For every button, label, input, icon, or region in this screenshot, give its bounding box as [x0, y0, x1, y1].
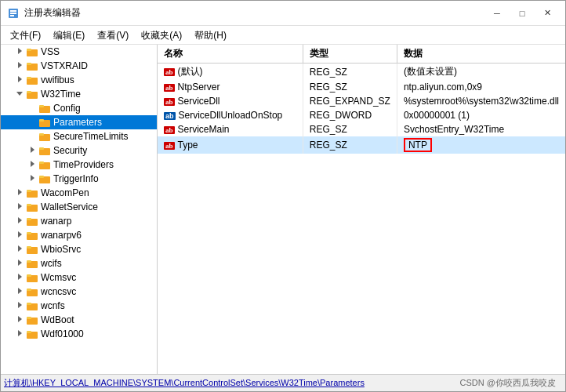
title-bar: 注册表编辑器 ─ □ ✕ [1, 1, 565, 26]
tree-item[interactable]: wcnfs [1, 299, 157, 313]
menu-item[interactable]: 编辑(E) [47, 27, 91, 42]
tree-item[interactable]: SecureTimeLimits [1, 129, 157, 143]
tree-expand-icon [26, 175, 38, 183]
tree-label: WbioSrvc [41, 244, 81, 255]
table-row[interactable]: abServiceDllUnloadOnStopREG_DWORD0x00000… [158, 108, 565, 122]
tree-label: Parameters [53, 117, 102, 128]
close-button[interactable]: ✕ [535, 5, 559, 21]
tree-expand-icon [13, 48, 26, 56]
tree-item[interactable]: Wcmsvc [1, 270, 157, 285]
cell-name: abServiceMain [158, 122, 303, 136]
tree-item[interactable]: W32Time [1, 87, 157, 101]
folder-icon [26, 314, 38, 326]
svg-rect-60 [27, 317, 31, 319]
cell-type: REG_SZ [303, 64, 397, 81]
svg-rect-39 [27, 218, 31, 220]
svg-rect-33 [27, 190, 31, 192]
tree-item[interactable]: Security [1, 143, 157, 158]
tree-item[interactable]: TimeProviders [1, 158, 157, 172]
svg-marker-40 [18, 231, 22, 238]
registry-values-panel[interactable]: 名称 类型 数据 ab(默认)REG_SZ(数值未设置)abNtpServerR… [158, 45, 565, 374]
folder-icon [26, 88, 38, 100]
cell-name: abServiceDll [158, 94, 303, 108]
tree-item[interactable]: Config [1, 101, 157, 115]
cell-name: abNtpServer [158, 80, 303, 94]
folder-icon [38, 172, 51, 185]
cell-name: abServiceDllUnloadOnStop [158, 108, 303, 122]
tree-item[interactable]: Parameters [1, 115, 157, 129]
tree-label: TimeProviders [53, 159, 114, 170]
tree-expand-icon [13, 302, 26, 310]
folder-icon [38, 130, 51, 143]
tree-item[interactable]: wcncsvc [1, 285, 157, 299]
registry-path: 计算机\HKEY_LOCAL_MACHINE\SYSTEM\CurrentCon… [4, 377, 365, 389]
tree-item[interactable]: wcifs [1, 256, 157, 270]
tree-item[interactable]: wanarp [1, 214, 157, 228]
svg-rect-30 [39, 176, 44, 178]
col-header-data: 数据 [397, 45, 565, 64]
svg-rect-27 [39, 162, 44, 164]
tree-item[interactable]: TriggerInfo [1, 172, 157, 186]
col-header-type: 类型 [303, 45, 397, 64]
svg-marker-49 [18, 274, 22, 280]
svg-rect-19 [39, 119, 44, 122]
svg-marker-4 [18, 48, 22, 54]
svg-rect-15 [27, 91, 31, 93]
svg-rect-48 [27, 260, 31, 263]
tree-label: TriggerInfo [53, 173, 99, 184]
tree-label: WalletService [41, 201, 98, 212]
cell-type: REG_DWORD [303, 108, 397, 122]
folder-icon [26, 271, 38, 284]
menu-item[interactable]: 查看(V) [91, 27, 135, 42]
table-row[interactable]: abNtpServerREG_SZntp.aliyun.com,0x9 [158, 80, 565, 94]
tree-item[interactable]: wanarpv6 [1, 228, 157, 242]
tree-item[interactable]: WbioSrvc [1, 242, 157, 256]
svg-marker-7 [18, 62, 22, 68]
svg-marker-28 [31, 175, 34, 181]
folder-icon [26, 299, 38, 312]
table-row[interactable]: abServiceDllREG_EXPAND_SZ%systemroot%\sy… [158, 94, 565, 108]
table-row[interactable]: abTypeREG_SZNTP [158, 136, 565, 154]
svg-rect-9 [27, 63, 31, 65]
menu-bar: 文件(F)编辑(E)查看(V)收藏夹(A)帮助(H) [1, 26, 565, 45]
table-row[interactable]: ab(默认)REG_SZ(数值未设置) [158, 64, 565, 81]
svg-rect-54 [27, 289, 31, 291]
svg-rect-36 [27, 204, 31, 206]
tree-label: Wcmsvc [41, 272, 76, 283]
tree-item[interactable]: VSTXRAID [1, 59, 157, 73]
minimize-button[interactable]: ─ [485, 5, 509, 21]
folder-icon [38, 144, 51, 157]
registry-tree[interactable]: VSSVSTXRAIDvwifibusW32TimeConfigParamete… [1, 45, 158, 374]
maximize-button[interactable]: □ [510, 5, 534, 21]
tree-item[interactable]: WdBoot [1, 313, 157, 327]
menu-item[interactable]: 收藏夹(A) [135, 27, 188, 42]
tree-item[interactable]: WacomPen [1, 186, 157, 200]
cell-data: (数值未设置) [397, 64, 565, 81]
tree-item[interactable]: WalletService [1, 200, 157, 214]
tree-item[interactable]: Wdf01000 [1, 327, 157, 341]
tree-label: vwifibus [41, 74, 74, 85]
folder-icon [26, 201, 38, 213]
window-title: 注册表编辑器 [24, 6, 81, 20]
svg-marker-55 [18, 302, 22, 308]
tree-item[interactable]: VSS [1, 45, 157, 59]
tree-label: WdBoot [41, 314, 74, 325]
table-row[interactable]: abServiceMainREG_SZSvchostEntry_W32Time [158, 122, 565, 136]
tree-expand-icon [13, 90, 26, 98]
tree-item[interactable]: vwifibus [1, 73, 157, 87]
folder-icon [26, 187, 38, 199]
tree-expand-icon [13, 288, 26, 296]
tree-expand-icon [26, 161, 38, 169]
svg-rect-51 [27, 274, 31, 277]
app-icon [7, 7, 20, 20]
folder-icon [26, 257, 38, 270]
menu-item[interactable]: 文件(F) [4, 27, 47, 42]
folder-icon [26, 60, 38, 72]
tree-expand-icon [13, 217, 26, 225]
svg-rect-57 [27, 303, 31, 305]
tree-expand-icon [13, 274, 26, 281]
brand-label: CSDN @你咬西瓜我咬皮 [460, 377, 556, 389]
svg-rect-21 [39, 133, 44, 136]
svg-marker-46 [18, 260, 22, 266]
menu-item[interactable]: 帮助(H) [188, 27, 233, 42]
